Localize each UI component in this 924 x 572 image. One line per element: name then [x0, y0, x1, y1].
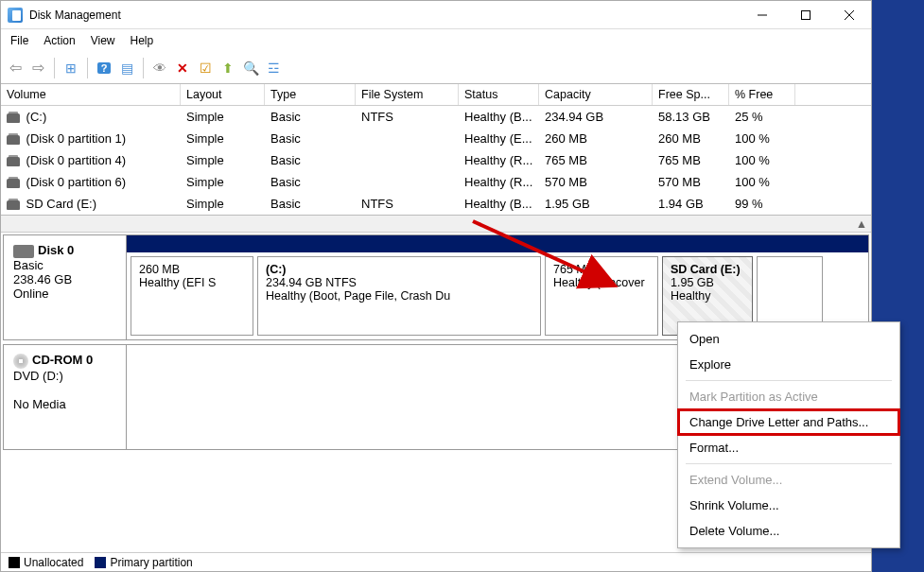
context-item[interactable]: Format...	[678, 435, 899, 460]
col-pct[interactable]: % Free	[729, 84, 795, 105]
scan-button[interactable]: 👁	[149, 58, 170, 78]
forward-button[interactable]: ⇨	[27, 58, 48, 78]
menu-view[interactable]: View	[91, 34, 115, 47]
app-icon	[8, 8, 23, 23]
volume-icon	[7, 157, 20, 166]
props-icon: ☲	[268, 61, 280, 76]
find-button[interactable]: 🔍	[240, 58, 261, 78]
search-icon: 🔍	[243, 61, 259, 76]
swatch-primary	[95, 557, 106, 568]
help-icon: ?	[97, 62, 112, 74]
titlebar[interactable]: Disk Management	[1, 1, 871, 29]
arrow-right-icon: ⇨	[32, 59, 44, 77]
list-icon: ▤	[121, 61, 133, 76]
toolbar: ⇦ ⇨ ⊞ ? ▤ 👁 ✕ ☑ ⬆ 🔍 ☲	[1, 52, 871, 84]
check-icon: ☑	[200, 61, 212, 76]
context-item: Extend Volume...	[678, 467, 899, 493]
scroll-up-hint[interactable]: ▲	[1, 216, 871, 233]
maximize-button[interactable]	[784, 1, 828, 29]
context-item[interactable]: Shrink Volume...	[678, 493, 899, 518]
delete-button[interactable]: ✕	[172, 58, 193, 78]
context-item[interactable]: Change Drive Letter and Paths...	[678, 409, 899, 435]
up-icon: ⬆	[222, 61, 234, 76]
partition-cell[interactable]: 765 MBHealthy (Recover	[545, 256, 658, 336]
back-button[interactable]: ⇦	[5, 58, 26, 78]
swatch-unallocated	[9, 557, 20, 568]
minimize-button[interactable]	[741, 1, 784, 29]
context-item[interactable]: Explore	[678, 352, 899, 377]
column-headers[interactable]: Volume Layout Type File System Status Ca…	[1, 84, 871, 106]
partition-cell[interactable]: (C:)234.94 GB NTFSHealthy (Boot, Page Fi…	[257, 256, 541, 336]
col-layout[interactable]: Layout	[181, 84, 265, 105]
cdrom-icon	[13, 354, 28, 369]
volume-icon	[7, 179, 20, 188]
x-icon: ✕	[177, 61, 188, 76]
volume-icon	[7, 200, 20, 210]
props-button[interactable]: ☲	[263, 58, 284, 78]
context-item[interactable]: Delete Volume...	[678, 518, 899, 544]
close-button[interactable]	[828, 1, 871, 29]
up-button[interactable]: ⬆	[218, 58, 238, 78]
volume-row[interactable]: (Disk 0 partition 6)SimpleBasicHealthy (…	[1, 171, 871, 193]
menu-action[interactable]: Action	[44, 34, 75, 47]
col-volume[interactable]: Volume	[1, 84, 181, 105]
window-title: Disk Management	[29, 9, 741, 22]
svg-rect-1	[802, 10, 811, 19]
arrow-left-icon: ⇦	[9, 59, 22, 77]
help-button[interactable]: ?	[94, 58, 114, 78]
list-button[interactable]: ▤	[116, 58, 137, 78]
disk0-label[interactable]: Disk 0 Basic 238.46 GB Online	[4, 235, 127, 339]
col-status[interactable]: Status	[459, 84, 539, 105]
volume-row[interactable]: SD Card (E:)SimpleBasicNTFSHealthy (B...…	[1, 193, 871, 215]
volume-list: Volume Layout Type File System Status Ca…	[1, 84, 871, 216]
show-hide-button[interactable]: ⊞	[61, 58, 81, 78]
legend: Unallocated Primary partition	[1, 552, 871, 571]
menu-help[interactable]: Help	[131, 34, 154, 47]
disk-icon	[13, 245, 34, 258]
menubar: File Action View Help	[1, 29, 871, 52]
volume-icon	[7, 113, 20, 123]
volume-row[interactable]: (C:)SimpleBasicNTFSHealthy (B...234.94 G…	[1, 106, 871, 128]
volume-row[interactable]: (Disk 0 partition 4)SimpleBasicHealthy (…	[1, 149, 871, 171]
context-item: Mark Partition as Active	[678, 384, 899, 409]
col-type[interactable]: Type	[265, 84, 356, 105]
check-button[interactable]: ☑	[195, 58, 216, 78]
volume-row[interactable]: (Disk 0 partition 1)SimpleBasicHealthy (…	[1, 128, 871, 149]
volume-icon	[7, 135, 20, 145]
context-item[interactable]: Open	[678, 326, 899, 352]
col-capacity[interactable]: Capacity	[539, 84, 653, 105]
menu-file[interactable]: File	[10, 34, 28, 47]
col-free[interactable]: Free Sp...	[653, 84, 729, 105]
partition-cell[interactable]: 260 MBHealthy (EFI S	[131, 256, 253, 336]
col-filesystem[interactable]: File System	[356, 84, 459, 105]
pane-icon: ⊞	[65, 61, 77, 76]
context-menu: OpenExploreMark Partition as ActiveChang…	[677, 321, 900, 548]
scan-icon: 👁	[153, 61, 166, 76]
cdrom-label[interactable]: CD-ROM 0 DVD (D:) No Media	[4, 345, 127, 449]
